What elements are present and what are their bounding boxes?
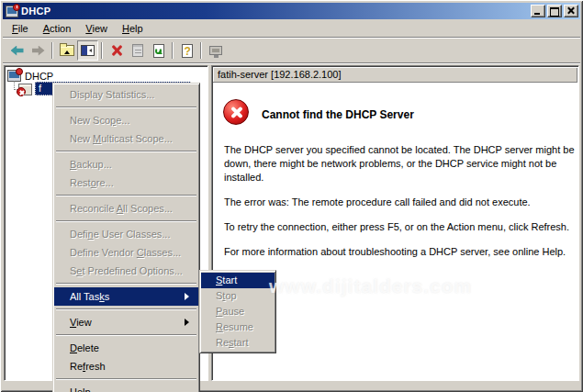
menu-item-label: Re (216, 337, 229, 348)
title-bar[interactable]: DHCP (3, 3, 580, 19)
menu-help[interactable]: Help (115, 21, 151, 36)
delete-x-icon (110, 44, 123, 57)
menu-separator (56, 195, 196, 196)
menu-file-label: ile (18, 23, 28, 34)
forward-button[interactable] (28, 40, 49, 61)
menu-item-label: New Sco (70, 115, 110, 126)
delete-button[interactable] (106, 40, 127, 61)
error-paragraph: For more information about troubleshooti… (224, 245, 583, 259)
submenu-item-restart[interactable]: Restart (201, 335, 275, 351)
menu-item-label: Reconcile (70, 203, 117, 214)
submenu-item-start[interactable]: Start (201, 273, 275, 288)
menu-item-label: Re (70, 361, 83, 372)
back-arrow-icon (11, 46, 24, 56)
tree-root-label: DHCP (25, 71, 53, 82)
error-title: Cannot find the DHCP Server (262, 108, 414, 121)
menu-separator (56, 106, 196, 108)
menu-item-label: Define Vendor (70, 247, 137, 258)
context-menu-item-new-multicast-scope[interactable]: New Multicast Scope... (54, 129, 198, 148)
server-tool-button[interactable] (205, 40, 226, 61)
context-menu-item-set-predefined-options[interactable]: Set Predefined Options... (54, 262, 198, 280)
context-menu-item-help[interactable]: Help (54, 383, 198, 392)
context-menu-item-new-scope[interactable]: New Scope... (54, 111, 198, 129)
context-menu-item-define-user-classes[interactable]: Define User Classes... (54, 225, 198, 243)
submenu-arrow-icon (185, 293, 193, 300)
menu-file-accel: F (12, 23, 18, 34)
submenu-arrow-icon (185, 319, 193, 326)
show-hide-console-tree-icon (81, 45, 95, 56)
context-menu-item-refresh[interactable]: Refresh (54, 357, 198, 375)
menu-item-label: All Tas (70, 291, 99, 302)
help-button[interactable] (176, 40, 197, 61)
window-title: DHCP (21, 6, 529, 17)
menu-action-accel: A (43, 23, 50, 34)
menu-separator (56, 308, 196, 310)
submenu-item-resume[interactable]: Resume (201, 319, 275, 335)
up-one-level-button[interactable] (56, 40, 77, 61)
properties-button[interactable] (127, 40, 148, 61)
context-menu-item-reconcile-all-scopes[interactable]: Reconcile All Scopes... (54, 199, 198, 218)
menu-action-label: ction (50, 23, 71, 34)
show-hide-console-tree-button[interactable] (77, 40, 98, 61)
menu-separator (56, 378, 196, 380)
context-menu-item-display-statistics[interactable]: Display Statistics... (54, 85, 198, 104)
toolbar-separator (200, 42, 202, 59)
maximize-button[interactable] (547, 5, 562, 17)
context-menu: Display Statistics... New Scope... New M… (52, 83, 200, 392)
menu-separator (56, 220, 196, 222)
all-tasks-submenu: Start Stop Pause Resume Restart (199, 270, 276, 353)
dhcp-app-icon (6, 6, 18, 17)
menu-separator (56, 334, 196, 336)
submenu-item-stop[interactable]: Stop (201, 288, 275, 304)
context-menu-item-view[interactable]: View (54, 313, 198, 331)
menu-separator (56, 283, 196, 285)
submenu-item-pause[interactable]: Pause (201, 304, 275, 319)
menu-separator (56, 151, 196, 152)
dhcp-console-window: DHCP File Action View Help DHCP (0, 0, 583, 392)
tree-selected-label-fragment: f (39, 83, 41, 94)
menu-item-label: Rest (70, 177, 91, 188)
error-icon (223, 99, 249, 125)
back-button[interactable] (6, 40, 28, 61)
menu-file[interactable]: File (5, 21, 36, 36)
menu-view-label: iew (92, 23, 107, 34)
menu-item-label: New (70, 133, 93, 144)
context-menu-item-backup[interactable]: Backup... (54, 155, 198, 174)
menu-help-accel: H (122, 23, 129, 34)
error-paragraph: The error was: The remote procedure call… (224, 196, 583, 209)
help-icon (182, 44, 193, 58)
toolbar-separator (172, 42, 174, 59)
refresh-icon (153, 44, 164, 58)
menu-item-label: Defi (70, 229, 88, 240)
close-button[interactable] (564, 5, 578, 17)
server-error-badge-icon (17, 87, 26, 96)
menu-item-label: Display Statistics... (70, 89, 154, 100)
minimize-button[interactable] (531, 5, 545, 17)
context-menu-item-restore[interactable]: Restore... (54, 174, 198, 192)
error-paragraph: The DHCP server you specified cannot be … (224, 143, 583, 185)
refresh-button[interactable] (148, 40, 169, 61)
menu-help-label: elp (129, 23, 143, 34)
toolbar (3, 39, 580, 63)
properties-icon (132, 44, 143, 57)
menu-view[interactable]: View (78, 21, 115, 36)
toolbar-separator (51, 42, 53, 59)
context-menu-item-delete[interactable]: Delete (54, 339, 198, 357)
toolbar-separator (101, 42, 103, 59)
error-paragraph: To retry the connection, either press F5… (224, 220, 583, 234)
context-menu-item-all-tasks[interactable]: All Tasks (54, 287, 198, 306)
error-message-body: The DHCP server you specified cannot be … (224, 143, 583, 270)
menu-action[interactable]: Action (36, 21, 79, 36)
up-one-level-folder-icon (60, 45, 74, 56)
result-pane-header[interactable]: fatih-server [192.168.2.100] (213, 67, 577, 83)
context-menu-item-define-vendor-classes[interactable]: Define Vendor Classes... (54, 243, 198, 262)
menu-bar: File Action View Help (3, 19, 580, 38)
forward-arrow-icon (32, 46, 45, 56)
server-icon (209, 46, 222, 55)
